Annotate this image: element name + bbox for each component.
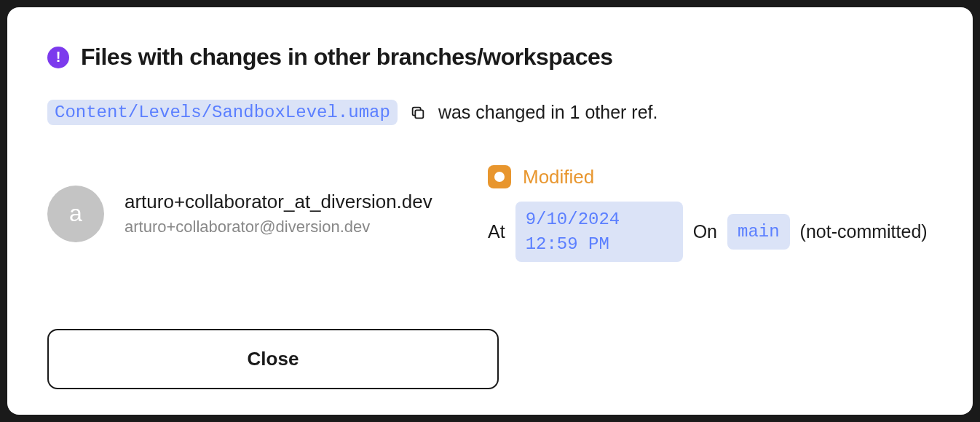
- branch-chip: main: [727, 214, 790, 250]
- alert-exclamation: !: [56, 49, 61, 65]
- avatar: a: [47, 186, 104, 242]
- status-dot: [494, 172, 505, 182]
- svg-rect-0: [415, 110, 423, 118]
- avatar-letter: a: [69, 200, 82, 227]
- user-section: a arturo+collaborator_at_diversion.dev a…: [47, 186, 466, 242]
- user-email: arturo+collaborator@diversion.dev: [125, 218, 432, 236]
- user-info: arturo+collaborator_at_diversion.dev art…: [125, 191, 432, 236]
- copy-icon[interactable]: [409, 104, 427, 122]
- change-details: Modified At 9/10/2024 12:59 PM On main (…: [488, 165, 928, 262]
- close-button[interactable]: Close: [47, 329, 499, 389]
- status-label: Modified: [523, 166, 594, 188]
- on-label: On: [693, 221, 717, 242]
- user-name: arturo+collaborator_at_diversion.dev: [125, 191, 432, 213]
- changes-dialog: ! Files with changes in other branches/w…: [7, 7, 973, 415]
- dialog-footer: Close: [47, 329, 933, 389]
- at-label: At: [488, 221, 505, 242]
- timestamp-chip: 9/10/2024 12:59 PM: [515, 202, 683, 262]
- alert-icon: !: [47, 47, 69, 68]
- commit-status: (not-committed): [800, 221, 928, 242]
- modified-icon: [488, 165, 511, 188]
- dialog-title: Files with changes in other branches/wor…: [81, 44, 613, 71]
- file-info-row: Content/Levels/SandboxLevel.umap was cha…: [47, 100, 933, 125]
- dialog-header: ! Files with changes in other branches/w…: [47, 44, 933, 71]
- changed-in-text: was changed in 1 other ref.: [438, 102, 658, 123]
- meta-row: At 9/10/2024 12:59 PM On main (not-commi…: [488, 202, 928, 262]
- change-entry-row: a arturo+collaborator_at_diversion.dev a…: [47, 165, 933, 262]
- file-path-chip: Content/Levels/SandboxLevel.umap: [47, 100, 398, 125]
- status-row: Modified: [488, 165, 928, 188]
